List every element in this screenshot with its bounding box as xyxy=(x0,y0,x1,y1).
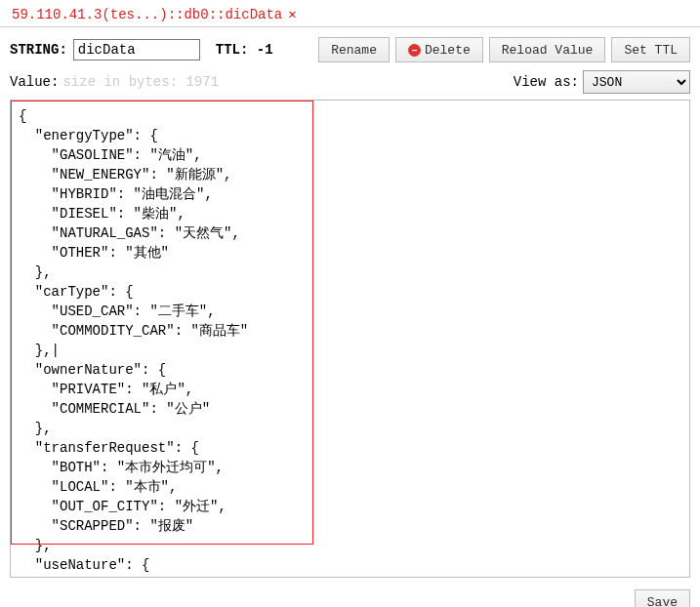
ttl-value: -1 xyxy=(257,42,273,58)
set-ttl-button[interactable]: Set TTL xyxy=(611,37,690,62)
tab[interactable]: 59.110.41.3(tes...)::db0::dicData ✕ xyxy=(6,4,303,24)
view-as-select[interactable]: JSON xyxy=(583,70,690,94)
key-input[interactable] xyxy=(73,39,200,61)
close-icon[interactable]: ✕ xyxy=(288,6,296,22)
tab-bar: 59.110.41.3(tes...)::db0::dicData ✕ xyxy=(0,0,700,27)
reload-button[interactable]: Reload Value xyxy=(489,37,606,62)
footer: Save xyxy=(0,582,700,607)
view-as-label: View as: xyxy=(514,74,579,90)
rename-button[interactable]: Rename xyxy=(318,37,390,62)
delete-icon: – xyxy=(408,44,421,57)
string-label: STRING: xyxy=(10,42,67,58)
value-label: Value: xyxy=(10,74,59,90)
ttl-block: TTL: -1 xyxy=(216,42,273,58)
value-row: Value: size in bytes: 1971 View as: JSON xyxy=(0,70,700,100)
save-button[interactable]: Save xyxy=(635,589,690,607)
delete-label: Delete xyxy=(425,43,471,58)
delete-button[interactable]: –Delete xyxy=(395,37,483,62)
tab-title: 59.110.41.3(tes...)::db0::dicData xyxy=(12,7,282,22)
ttl-label: TTL: xyxy=(216,42,249,58)
value-size: size in bytes: 1971 xyxy=(62,74,219,90)
toolbar: STRING: TTL: -1 Rename –Delete Reload Va… xyxy=(0,27,700,70)
editor-wrap xyxy=(10,100,690,582)
value-editor[interactable] xyxy=(10,100,690,578)
